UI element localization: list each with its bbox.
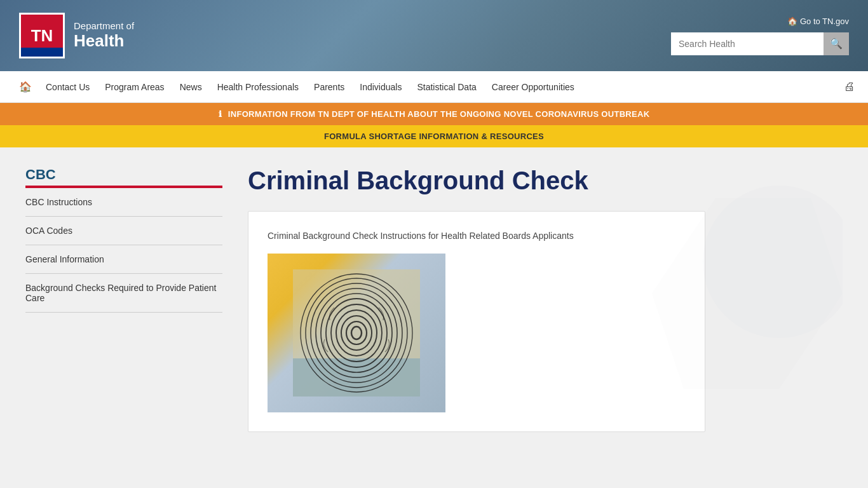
nav-item-individuals[interactable]: Individuals [352,71,409,103]
nav-item-contact-us[interactable]: Contact Us [38,71,97,103]
header-right: 🏠 Go to TN.gov 🔍 [671,17,849,55]
main-content: CBC CBC Instructions OCA Codes General I… [0,147,868,488]
info-icon: ℹ [219,109,222,119]
sidebar-link-general-info[interactable]: General Information [25,245,222,273]
dept-of-label: Department of [74,20,134,31]
nav-item-parents[interactable]: Parents [306,71,352,103]
search-icon: 🔍 [830,37,843,50]
print-icon[interactable]: 🖨 [844,80,855,93]
logo-text: TN [31,27,53,44]
alert-formula-shortage[interactable]: FORMULA SHORTAGE INFORMATION & RESOURCES [0,125,868,147]
go-to-tn-label: Go to TN.gov [800,17,849,26]
nav-item-program-areas[interactable]: Program Areas [97,71,172,103]
go-to-tn-link[interactable]: 🏠 Go to TN.gov [787,17,849,26]
page-title: Criminal Background Check [248,166,843,195]
sidebar-list: CBC Instructions OCA Codes General Infor… [25,188,222,313]
nav-item-news[interactable]: News [172,71,210,103]
main-nav: 🏠 Contact Us Program Areas News Health P… [13,71,844,103]
list-item: General Information [25,245,222,274]
alert-formula-text: FORMULA SHORTAGE INFORMATION & RESOURCES [324,132,544,141]
search-box: 🔍 [671,32,849,55]
nav-item-statistical-data[interactable]: Statistical Data [409,71,484,103]
search-input[interactable] [671,39,824,49]
alert-coronavirus-text: INFORMATION FROM TN DEPT OF HEALTH ABOUT… [228,109,650,119]
content-area: Criminal Background Check Criminal Backg… [248,166,843,471]
content-card: Criminal Background Check Instructions f… [248,211,705,432]
dept-text: Department of Health [74,20,134,51]
search-button[interactable]: 🔍 [824,32,849,55]
sidebar-title: CBC [25,166,222,183]
nav-bar: 🏠 Contact Us Program Areas News Health P… [0,71,868,103]
logo-bottom-bar [21,48,63,57]
sidebar-link-oca-codes[interactable]: OCA Codes [25,217,222,245]
health-label: Health [74,31,134,51]
sidebar-link-cbc-instructions[interactable]: CBC Instructions [25,188,222,216]
svg-point-0 [703,186,843,338]
tn-logo: TN [19,13,65,58]
nav-home-icon[interactable]: 🏠 [13,81,38,93]
card-description: Criminal Background Check Instructions f… [268,231,686,241]
list-item: CBC Instructions [25,188,222,217]
nav-item-health-professionals[interactable]: Health Professionals [210,71,306,103]
nav-item-career-opportunities[interactable]: Career Opportunities [484,71,582,103]
list-item: OCA Codes [25,217,222,245]
home-icon-small: 🏠 [787,17,797,26]
fingerprint-image [268,254,445,412]
alert-coronavirus[interactable]: ℹ INFORMATION FROM TN DEPT OF HEALTH ABO… [0,103,868,125]
fingerprint-svg [293,269,420,396]
site-header: TN Department of Health 🏠 Go to TN.gov 🔍 [0,0,868,71]
logo-area: TN Department of Health [19,13,134,58]
sidebar-link-background-checks[interactable]: Background Checks Required to Provide Pa… [25,274,222,312]
sidebar: CBC CBC Instructions OCA Codes General I… [25,166,222,471]
list-item: Background Checks Required to Provide Pa… [25,274,222,313]
